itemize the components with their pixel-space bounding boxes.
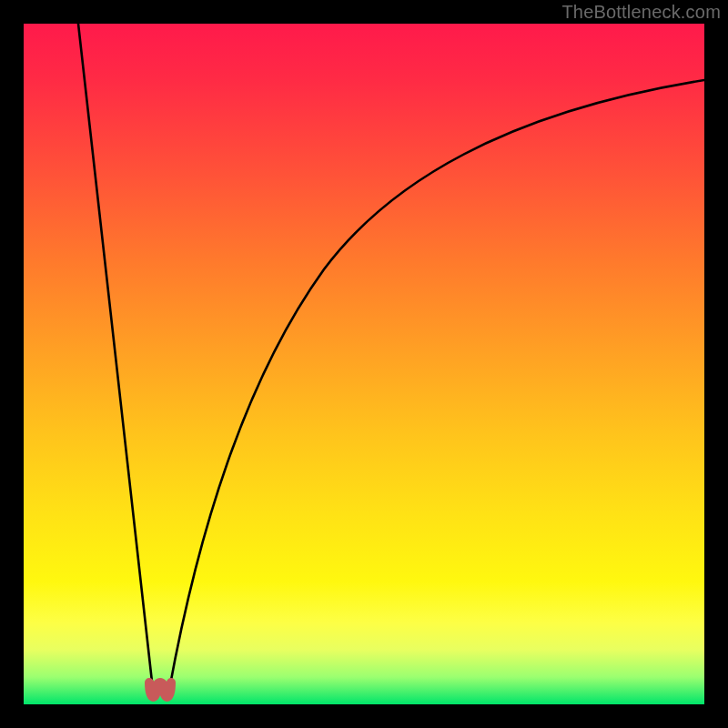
- curve-right-branch: [169, 80, 704, 690]
- watermark-text: TheBottleneck.com: [561, 2, 721, 23]
- curve-left-branch: [78, 24, 153, 690]
- bottleneck-curve: [24, 24, 704, 704]
- curve-nub: [149, 682, 171, 697]
- chart-frame: TheBottleneck.com: [0, 0, 728, 728]
- plot-area: [24, 24, 704, 704]
